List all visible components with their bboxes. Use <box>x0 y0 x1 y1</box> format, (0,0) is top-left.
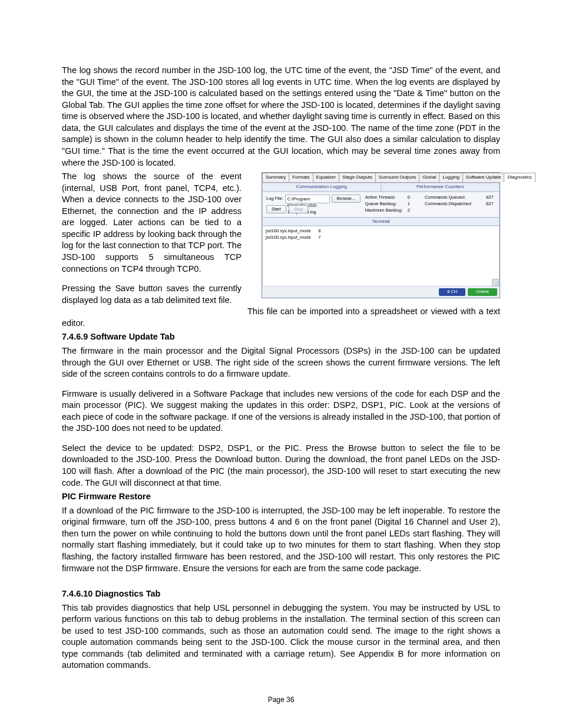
section-header-comm-logging: Communication Logging <box>262 183 381 192</box>
paragraph-log-source: The log shows the source of the event (i… <box>62 171 242 275</box>
cmds-dispatched-label: Commands Dispatched: <box>425 201 484 207</box>
max-backlog-label: Maximum Backlog: <box>365 207 405 213</box>
status-channel: 8 CH <box>439 288 465 295</box>
queue-backlog-value: 1 <box>408 201 410 207</box>
tab-summary[interactable]: Summary <box>262 173 289 182</box>
tab-formats[interactable]: Formats <box>289 173 313 182</box>
stop-button[interactable]: Stop <box>289 205 308 213</box>
terminal-header: Terminal <box>262 218 500 226</box>
section-header-perf-counters: Performance Counters <box>381 183 500 192</box>
paragraph-save-a: Pressing the Save button saves the curre… <box>62 283 242 306</box>
paragraph-pic-restore: If a download of the PIC firmware to the… <box>62 505 500 574</box>
diagnostics-screenshot: Summary Formats Equalizer Stage Outputs … <box>262 172 500 298</box>
tab-stage-outputs[interactable]: Stage Outputs <box>339 173 376 182</box>
heading-software-update: 7.4.6.9 Software Update Tab <box>62 331 500 343</box>
paragraph-save-b: This file can be imported into a spreads… <box>62 306 500 329</box>
scrollbar-icon[interactable] <box>492 279 499 286</box>
heading-pic-restore: PIC Firmware Restore <box>62 491 500 503</box>
heading-diagnostics: 7.4.6.10 Diagnostics Tab <box>62 588 500 600</box>
tab-equalizer[interactable]: Equalizer <box>313 173 339 182</box>
tab-software-update[interactable]: Software Update <box>462 173 505 182</box>
cmds-queued-value: 827 <box>486 195 494 200</box>
tab-logging[interactable]: Logging <box>439 173 462 182</box>
paragraph-log-description: The log shows the record number in the J… <box>62 65 500 169</box>
tab-surround-outputs[interactable]: Surround Outputs <box>375 173 419 182</box>
max-backlog-value: 2 <box>408 207 410 213</box>
active-threads-value: 0 <box>408 195 410 200</box>
browse-button[interactable]: Browse... <box>332 195 361 203</box>
logfile-label: Log File: <box>266 196 283 202</box>
tabs-row: Summary Formats Equalizer Stage Outputs … <box>262 173 500 183</box>
terminal-line-1: jsd100.sys.input_mode 8 <box>266 228 496 234</box>
page-number: Page 36 <box>62 695 500 704</box>
active-threads-label: Active Threads: <box>365 195 405 200</box>
paragraph-diagnostics: This tab provides diagnostics that help … <box>62 602 500 671</box>
paragraph-sw-1: The firmware in the main processor and t… <box>62 345 500 380</box>
logfile-input[interactable]: C:\Program Files\USL\JSD-100\jsd100.log <box>285 195 330 203</box>
start-button[interactable]: Start <box>266 205 286 213</box>
terminal-line-2: jsd100.sys.input_mode 7 <box>266 235 496 241</box>
terminal-area[interactable]: jsd100.sys.input_mode 8 jsd100.sys.input… <box>262 226 500 286</box>
tab-diagnostics[interactable]: Diagnostics <box>504 173 535 182</box>
cmds-queued-label: Commands Queued: <box>425 195 484 200</box>
queue-backlog-label: Queue Backlog: <box>365 201 405 207</box>
status-online: Online <box>468 288 497 295</box>
cmds-dispatched-value: 827 <box>486 201 494 207</box>
paragraph-sw-2: Firmware is usually delivered in a Softw… <box>62 388 500 434</box>
paragraph-sw-3: Select the device to be updated: DSP2, D… <box>62 443 500 489</box>
tab-global[interactable]: Global <box>419 173 439 182</box>
